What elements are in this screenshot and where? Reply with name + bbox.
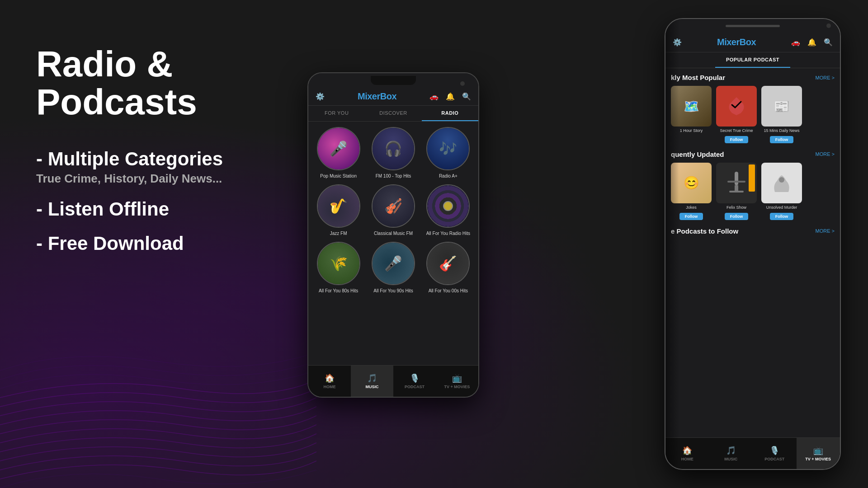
bottom-nav-home[interactable]: 🏠 HOME [308, 366, 351, 397]
sec-home-icon: 🏠 [682, 446, 692, 455]
sec-bottom-nav-podcast-label: PODCAST [764, 457, 784, 461]
radio-item-allforyou-hits[interactable]: All For You Radio Hits [424, 184, 473, 236]
podcast-card-felix[interactable]: Felix Show Follow [716, 163, 757, 220]
radio-art-90s: 🎤 [373, 243, 414, 284]
radio-item-radio-a[interactable]: 🎶 Radio A+ [424, 127, 473, 179]
follow-btn-news[interactable]: Follow [770, 136, 794, 143]
sec-tv-icon: 📺 [813, 446, 823, 455]
sec-status-bar [665, 19, 840, 33]
phone-status-bar [308, 73, 478, 88]
radio-item-jazz[interactable]: 🎷 Jazz FM [314, 184, 363, 236]
settings-icon[interactable]: ⚙️ [316, 92, 325, 101]
sec-bottom-nav-tv[interactable]: 📺 TV + MOVIES [797, 438, 840, 469]
app-body[interactable]: 🎤 Pop Music Station 🎧 FM 100 - Top Hits … [308, 122, 478, 395]
bell-icon[interactable]: 🔔 [446, 92, 455, 101]
radio-item-fm100[interactable]: 🎧 FM 100 - Top Hits [368, 127, 418, 179]
radio-item-classical[interactable]: 🎻 Classical Music FM [368, 184, 418, 236]
podcast-thumb-history: 🗺️ [671, 86, 712, 127]
tab-discover[interactable]: DISCOVER [365, 106, 421, 121]
podcast-thumb-news: 📰 [761, 86, 802, 127]
feature-download-label: - Free Download [36, 233, 326, 254]
sec-bottom-nav-tv-label: TV + MOVIES [805, 457, 831, 461]
radio-thumb-pop: 🎤 [317, 127, 360, 170]
hero-section: Radio & Podcasts - Multiple Categories T… [36, 45, 326, 254]
radio-item-80s[interactable]: 🌾 All For You 80s Hits [314, 242, 363, 294]
radio-label-80s: All For You 80s Hits [319, 288, 358, 294]
sec-camera [826, 23, 831, 28]
phone-secondary: ⚙️ MixerBox 🚗 🔔 🔍 POPULAR PODCAST kly Mo… [665, 18, 841, 470]
bottom-nav-tv[interactable]: 📺 TV + MOVIES [436, 366, 478, 397]
sec-section-updated-title: quently Updated [671, 150, 724, 158]
sec-header-icons: 🚗 🔔 🔍 [791, 38, 833, 47]
sec-bottom-nav-home-label: HOME [681, 457, 693, 461]
sec-follow-more[interactable]: MORE > [816, 228, 835, 234]
radio-item-pop[interactable]: 🎤 Pop Music Station [314, 127, 363, 179]
podcast-art-jokes: 😊 [671, 163, 712, 203]
podcast-label-jokes: Jokes [686, 205, 697, 210]
feature-categories-sub: True Crime, History, Daily News... [36, 172, 326, 186]
sec-car-icon[interactable]: 🚗 [791, 38, 800, 47]
follow-btn-jokes[interactable]: Follow [679, 213, 703, 220]
radio-thumb-fm100: 🎧 [372, 127, 415, 170]
app-header: ⚙️ MixerBox 🚗 🔔 🔍 [308, 88, 478, 106]
bottom-nav-music-label: MUSIC [366, 385, 379, 389]
radio-art-00s: 🎸 [427, 243, 469, 284]
podcast-art-history: 🗺️ [671, 86, 712, 127]
follow-btn-felix[interactable]: Follow [725, 213, 749, 220]
sec-search-icon[interactable]: 🔍 [824, 38, 833, 47]
radio-item-00s[interactable]: 🎸 All For You 00s Hits [424, 242, 473, 294]
feature-categories: - Multiple Categories True Crime, Histor… [36, 148, 326, 186]
sec-bottom-nav-music[interactable]: 🎵 MUSIC [709, 438, 753, 469]
search-icon[interactable]: 🔍 [462, 92, 471, 101]
podcast-art-unsolved [761, 163, 802, 203]
bottom-nav-podcast-label: PODCAST [405, 385, 425, 389]
sec-popular-more[interactable]: MORE > [816, 75, 835, 80]
radio-label-jazz: Jazz FM [330, 230, 347, 236]
car-icon[interactable]: 🚗 [429, 92, 439, 101]
sec-bottom-nav-music-label: MUSIC [724, 457, 737, 461]
radio-art-classical: 🎻 [373, 185, 414, 227]
podcast-card-truecrime[interactable]: Secret True Crime Follow [716, 86, 757, 143]
sec-bottom-nav-home[interactable]: 🏠 HOME [665, 438, 709, 469]
podcast-card-unsolved[interactable]: Unsolved Murder Follow [761, 163, 802, 220]
sec-bell-icon[interactable]: 🔔 [807, 38, 816, 47]
podcast-label-felix: Felix Show [726, 205, 746, 210]
podcast-art-truecrime [716, 86, 757, 127]
wave-decoration [0, 262, 316, 488]
phone-notch [371, 76, 416, 85]
bottom-nav-podcast[interactable]: 🎙️ PODCAST [393, 366, 436, 397]
sec-tab-popular-podcast[interactable]: POPULAR PODCAST [715, 52, 790, 68]
feature-offline-label: - Listen Offline [36, 198, 326, 220]
home-icon: 🏠 [325, 373, 335, 383]
podcast-card-history[interactable]: 🗺️ 1 Hour Story [671, 86, 712, 143]
sec-notch [726, 25, 780, 27]
sec-bottom-nav-podcast[interactable]: 🎙️ PODCAST [753, 438, 797, 469]
tab-radio[interactable]: RADIO [422, 106, 478, 121]
radio-label-radio-a: Radio A+ [439, 173, 458, 179]
nav-tabs: FOR YOU DISCOVER RADIO [308, 106, 478, 122]
follow-btn-truecrime[interactable]: Follow [725, 136, 749, 143]
feature-categories-label: - Multiple Categories [36, 148, 326, 170]
radio-art-jazz: 🎷 [318, 185, 359, 227]
podcast-card-news[interactable]: 📰 15 Mins Daily News Follow [761, 86, 802, 143]
follow-btn-unsolved[interactable]: Follow [770, 213, 794, 220]
tab-for-you[interactable]: FOR YOU [308, 106, 365, 121]
radio-art-allforyou-hits [427, 185, 469, 227]
radio-item-90s[interactable]: 🎤 All For You 90s Hits [368, 242, 418, 294]
bottom-nav-music[interactable]: 🎵 MUSIC [351, 366, 393, 397]
sec-updated-more[interactable]: MORE > [816, 151, 835, 157]
hero-title: Radio & Podcasts [36, 45, 326, 121]
app-logo: MixerBox [358, 91, 396, 102]
radio-thumb-radio-a: 🎶 [426, 127, 470, 170]
radio-thumb-allforyou-hits [426, 184, 470, 228]
sec-settings-icon[interactable]: ⚙️ [673, 38, 682, 47]
bottom-nav: 🏠 HOME 🎵 MUSIC 🎙️ PODCAST 📺 TV + MOVIES [308, 365, 478, 397]
podcast-card-jokes[interactable]: 😊 Jokes Follow [671, 163, 712, 220]
tv-icon: 📺 [452, 373, 462, 383]
podcast-thumb-unsolved [761, 163, 802, 203]
radio-thumb-classical: 🎻 [372, 184, 415, 228]
sec-app-body[interactable]: kly Most Popular MORE > 🗺️ 1 Hour Story … [665, 68, 840, 455]
radio-thumb-00s: 🎸 [426, 242, 470, 285]
bottom-nav-tv-label: TV + MOVIES [444, 385, 470, 389]
radio-thumb-80s: 🌾 [317, 242, 360, 285]
